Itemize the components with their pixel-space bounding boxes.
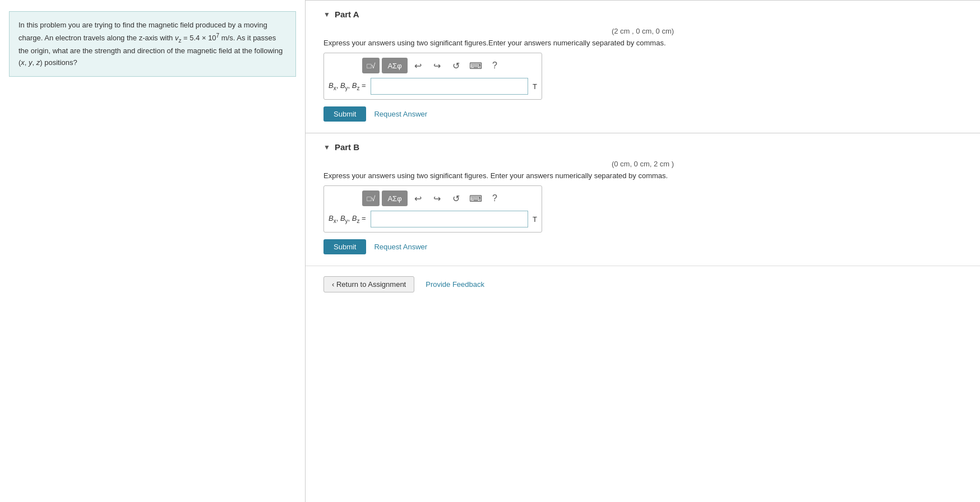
provide-feedback-link[interactable]: Provide Feedback xyxy=(426,280,484,289)
part-a-instruction: Express your answers using two significa… xyxy=(323,39,962,47)
problem-description: In this problem you are trying to find t… xyxy=(9,11,296,77)
part-a-help-btn[interactable]: ? xyxy=(487,58,503,73)
part-b-field-label: Bx, By, Bz = xyxy=(329,214,366,224)
part-b-help-btn[interactable]: ? xyxy=(487,190,503,206)
part-b-label: Part B xyxy=(335,142,359,152)
right-panel: ▼ Part A (2 cm , 0 cm, 0 cm) Express you… xyxy=(306,0,980,502)
part-b-header: ▼ Part B xyxy=(323,142,962,152)
part-b-toolbar: □√ ΑΣφ ↩ ↪ ↺ ⌨ ? xyxy=(329,190,537,206)
part-b-sqrt-btn[interactable]: □√ xyxy=(362,190,380,206)
part-b-submit-button[interactable]: Submit xyxy=(323,239,366,254)
part-b-request-answer-link[interactable]: Request Answer xyxy=(374,243,427,251)
problem-text: In this problem you are trying to find t… xyxy=(19,21,283,67)
part-a-reset-btn[interactable]: ↺ xyxy=(448,58,465,73)
part-b-section: ▼ Part B (0 cm, 0 cm, 2 cm ) Express you… xyxy=(306,133,980,266)
part-a-label: Part A xyxy=(335,10,359,19)
part-b-reset-btn[interactable]: ↺ xyxy=(448,190,465,206)
part-a-unit: T xyxy=(533,82,537,91)
part-b-undo-btn[interactable]: ↩ xyxy=(410,190,427,206)
bottom-bar: ‹ Return to Assignment Provide Feedback xyxy=(306,266,980,303)
part-a-undo-btn[interactable]: ↩ xyxy=(410,58,427,73)
part-a-redo-btn[interactable]: ↪ xyxy=(429,58,446,73)
part-a-editor: □√ ΑΣφ ↩ ↪ ↺ ⌨ ? Bx, By, Bz = T xyxy=(323,53,542,100)
part-a-toolbar: □√ ΑΣφ ↩ ↪ ↺ ⌨ ? xyxy=(329,58,537,73)
part-b-editor: □√ ΑΣφ ↩ ↪ ↺ ⌨ ? Bx, By, Bz = T xyxy=(323,185,542,233)
part-a-position: (2 cm , 0 cm, 0 cm) xyxy=(323,27,962,35)
part-b-button-row: Submit Request Answer xyxy=(323,239,962,254)
part-a-request-answer-link[interactable]: Request Answer xyxy=(374,110,427,118)
part-b-alpha-btn[interactable]: ΑΣφ xyxy=(382,190,407,206)
part-a-header: ▼ Part A xyxy=(323,10,962,19)
part-b-input-row: Bx, By, Bz = T xyxy=(329,211,537,227)
part-b-position: (0 cm, 0 cm, 2 cm ) xyxy=(323,160,962,168)
part-a-section: ▼ Part A (2 cm , 0 cm, 0 cm) Express you… xyxy=(306,0,980,133)
part-b-keyboard-btn[interactable]: ⌨ xyxy=(467,190,484,206)
part-a-button-row: Submit Request Answer xyxy=(323,106,962,122)
return-to-assignment-button[interactable]: ‹ Return to Assignment xyxy=(323,276,414,292)
part-a-chevron[interactable]: ▼ xyxy=(323,11,330,18)
part-a-input-row: Bx, By, Bz = T xyxy=(329,78,537,95)
part-a-field-label: Bx, By, Bz = xyxy=(329,81,366,91)
part-a-keyboard-btn[interactable]: ⌨ xyxy=(467,58,484,73)
part-a-submit-button[interactable]: Submit xyxy=(323,106,366,122)
part-a-alpha-btn[interactable]: ΑΣφ xyxy=(382,58,407,73)
part-b-instruction: Express your answers using two significa… xyxy=(323,171,962,180)
left-panel: In this problem you are trying to find t… xyxy=(0,0,306,502)
part-b-answer-input[interactable] xyxy=(371,211,528,227)
part-b-unit: T xyxy=(533,215,537,224)
part-b-redo-btn[interactable]: ↪ xyxy=(429,190,446,206)
part-a-answer-input[interactable] xyxy=(371,78,528,95)
part-b-chevron[interactable]: ▼ xyxy=(323,143,330,151)
part-a-sqrt-btn[interactable]: □√ xyxy=(362,58,380,73)
